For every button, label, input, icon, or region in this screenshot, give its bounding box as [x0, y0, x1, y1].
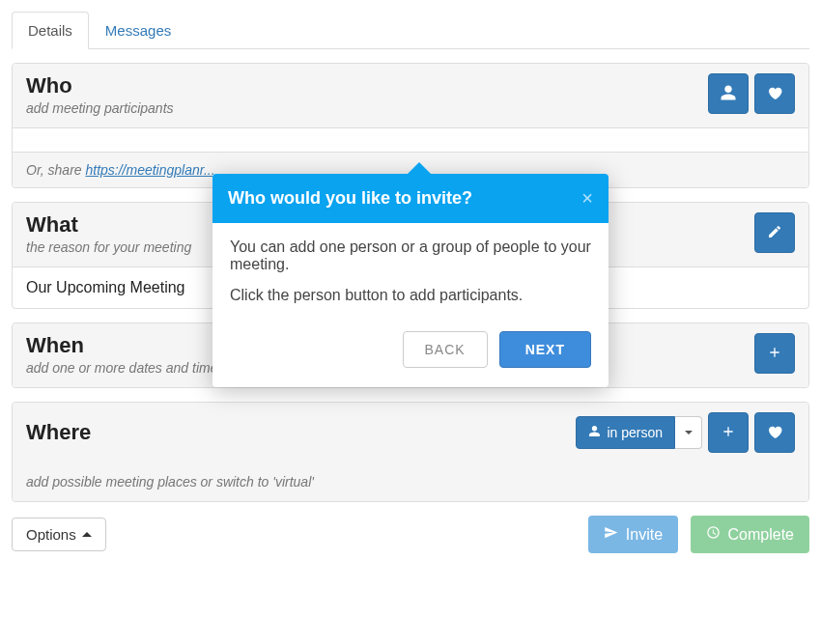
what-title: What	[26, 212, 191, 238]
tabs: Details Messages	[12, 12, 809, 49]
chevron-down-icon	[685, 431, 693, 434]
person-icon	[720, 84, 737, 104]
who-title: Who	[26, 73, 174, 98]
popover-body: You can add one person or a group of peo…	[212, 223, 609, 323]
clock-icon	[706, 525, 721, 544]
add-time-button[interactable]	[754, 333, 795, 374]
in-person-button[interactable]: in person	[576, 416, 675, 449]
what-subtitle: the reason for your meeting	[26, 239, 191, 255]
favorite-participants-button[interactable]	[754, 73, 795, 114]
person-icon	[588, 425, 601, 440]
complete-button[interactable]: Complete	[691, 516, 809, 553]
invite-label: Invite	[626, 526, 663, 544]
favorite-places-button[interactable]	[754, 412, 795, 453]
close-icon: ×	[581, 187, 593, 209]
plus-icon	[767, 345, 782, 363]
popover-back-button[interactable]: BACK	[403, 331, 488, 368]
in-person-label: in person	[607, 425, 663, 440]
complete-label: Complete	[728, 526, 794, 544]
popover-close-button[interactable]: ×	[581, 187, 593, 210]
paper-plane-icon	[604, 525, 618, 544]
who-body	[13, 128, 808, 152]
tab-messages[interactable]: Messages	[89, 12, 187, 49]
in-person-dropdown: in person	[576, 416, 702, 449]
plus-icon	[721, 424, 736, 442]
edit-subject-button[interactable]	[754, 212, 795, 253]
popover-arrow	[406, 162, 433, 176]
heart-icon	[766, 84, 783, 104]
pencil-icon	[767, 224, 782, 242]
invite-button[interactable]: Invite	[588, 516, 678, 553]
heart-icon	[766, 423, 783, 443]
share-prefix: Or, share	[26, 162, 85, 178]
who-subtitle: add meeting participants	[26, 100, 174, 116]
options-button[interactable]: Options	[12, 518, 106, 551]
options-label: Options	[26, 526, 76, 543]
popover-text-1: You can add one person or a group of peo…	[230, 238, 591, 273]
panel-where: Where in person	[12, 402, 809, 502]
add-participant-button[interactable]	[708, 73, 749, 114]
footer: Options Invite Complete	[12, 516, 809, 553]
popover-text-2: Click the person button to add participa…	[230, 287, 591, 304]
where-title: Where	[26, 420, 91, 445]
popover-title: Who would you like to invite?	[228, 188, 472, 209]
popover-next-button[interactable]: NEXT	[499, 331, 591, 368]
share-link[interactable]: https://meetingplanr...	[85, 162, 214, 178]
tour-popover: Who would you like to invite? × You can …	[212, 174, 609, 387]
tab-details[interactable]: Details	[12, 12, 89, 49]
add-place-button[interactable]	[708, 412, 749, 453]
caret-up-icon	[82, 532, 92, 537]
where-subtitle: add possible meeting places or switch to…	[26, 474, 795, 490]
in-person-caret-button[interactable]	[675, 416, 702, 449]
